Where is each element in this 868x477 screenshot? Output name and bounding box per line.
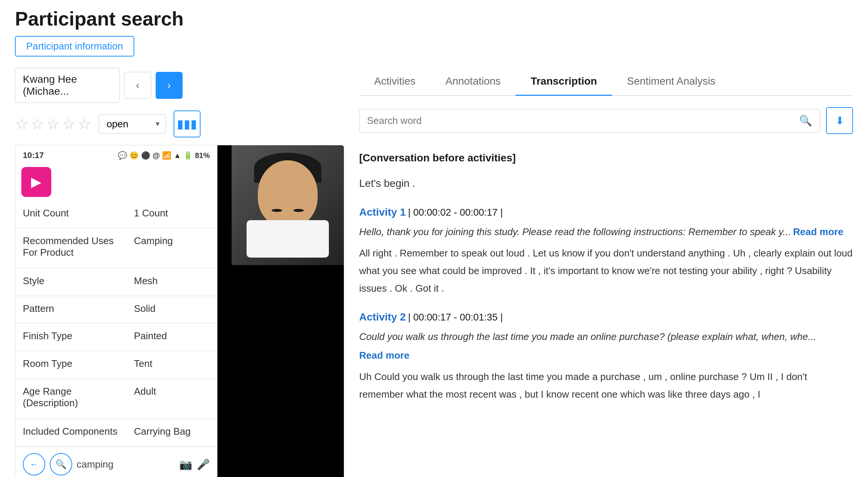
search-icon[interactable]: 🔍: [799, 115, 812, 127]
status-bar-time: 10:17: [23, 151, 44, 160]
table-row: Room TypeTent: [15, 351, 217, 379]
app-header: ▶: [15, 163, 217, 201]
phone-video-container: 10:17 💬 😊 ⚫ @ 📶 ▲ 🔋 81%: [15, 145, 344, 477]
activity-2-block: Activity 2 | 00:00:17 - 00:01:35 | Could…: [359, 308, 853, 403]
table-row: Finish TypePainted: [15, 323, 217, 351]
stars-status-row: ☆ ☆ ☆ ☆ ☆ open closed pending ▮▮▮: [15, 110, 344, 137]
conversation-before-activities-header: [Conversation before activities]: [359, 149, 853, 167]
left-eye: [272, 209, 282, 212]
video-thumbnail: [232, 145, 344, 265]
left-panel: Kwang Hee (Michae... ‹ › ☆ ☆ ☆ ☆ ☆ open …: [15, 68, 344, 477]
table-cell-value: Solid: [126, 296, 217, 323]
table-cell-value: Mesh: [126, 268, 217, 296]
pillow-shape: [247, 220, 329, 258]
activity-1-time: | 00:00:02 - 00:00:17 |: [408, 204, 503, 221]
table-cell-value: Camping: [126, 228, 217, 268]
download-icon: ⬇: [835, 115, 844, 127]
transcription-content: [Conversation before activities] Let's b…: [359, 149, 853, 403]
phone-mic-icon: 🎤: [197, 458, 210, 471]
table-cell-value: Adult: [126, 379, 217, 419]
status-bar-icons: 💬 😊 ⚫ @ 📶 ▲ 🔋 81%: [118, 151, 210, 160]
activity-2-read-more[interactable]: Read more: [359, 347, 409, 364]
activity-2-time: | 00:00:17 - 00:01:35 |: [408, 309, 503, 325]
messenger-icon: 💬: [118, 151, 127, 160]
participant-selector-row: Kwang Hee (Michae... ‹ ›: [15, 68, 344, 103]
participant-info-button[interactable]: Participant information: [15, 36, 134, 57]
table-cell-value: 1 Count: [126, 201, 217, 228]
phone-search-button[interactable]: 🔍: [50, 453, 72, 476]
rating-stars: ☆ ☆ ☆ ☆ ☆: [15, 115, 91, 133]
table-row: PatternSolid: [15, 296, 217, 323]
phone-back-button[interactable]: ←: [23, 453, 45, 476]
activity-1-italic: Hello, thank you for joining this study.…: [359, 224, 791, 240]
tab-transcription[interactable]: Transcription: [516, 68, 612, 96]
status-dropdown-wrapper: open closed pending: [99, 114, 166, 134]
phone-camera-icon: 📷: [179, 458, 192, 471]
battery-level: 81%: [195, 151, 210, 160]
lets-begin-text: Let's begin .: [359, 174, 853, 192]
table-row: Included ComponentsCarrying Bag: [15, 419, 217, 447]
table-row: Unit Count1 Count: [15, 201, 217, 228]
wifi-icon: 📶: [162, 151, 171, 160]
emoji-icon: 😊: [129, 151, 139, 160]
main-layout: Kwang Hee (Michae... ‹ › ☆ ☆ ☆ ☆ ☆ open …: [0, 60, 868, 477]
star-3[interactable]: ☆: [46, 115, 60, 133]
tab-sentiment-analysis[interactable]: Sentiment Analysis: [612, 68, 731, 96]
table-cell-value: Carrying Bag: [126, 419, 217, 447]
prev-participant-button[interactable]: ‹: [124, 72, 151, 99]
table-cell-value: Painted: [126, 323, 217, 351]
phone-inner: 10:17 💬 😊 ⚫ @ 📶 ▲ 🔋 81%: [15, 145, 217, 477]
table-row: StyleMesh: [15, 268, 217, 296]
signal-icon: ▲: [174, 151, 181, 160]
table-cell-label: Included Components: [15, 419, 126, 447]
battery-icon: 🔋: [183, 151, 193, 160]
star-1[interactable]: ☆: [15, 115, 28, 133]
page-header: Participant search Participant informati…: [0, 0, 868, 60]
search-bar-container: 🔍 ⬇: [359, 107, 853, 134]
phone-bottom-bar: ← 🔍 camping 📷 🎤: [15, 447, 217, 477]
video-panel: [217, 145, 344, 477]
activity-1-body: All right . Remember to speak out loud .…: [359, 244, 853, 297]
activity-2-italic: Could you walk us through the last time …: [359, 328, 816, 345]
star-2[interactable]: ☆: [31, 115, 44, 133]
chart-icon: ▮▮▮: [177, 117, 197, 131]
status-dropdown[interactable]: open closed pending: [99, 114, 166, 134]
download-button[interactable]: ⬇: [826, 107, 853, 134]
chart-button[interactable]: ▮▮▮: [174, 110, 201, 137]
table-cell-label: Pattern: [15, 296, 126, 323]
table-cell-label: Style: [15, 268, 126, 296]
activity-1-header: Activity 1 | 00:00:02 - 00:00:17 | Hello…: [359, 203, 853, 240]
right-panel: Activities Annotations Transcription Sen…: [359, 68, 853, 477]
table-cell-label: Age Range (Description): [15, 379, 126, 419]
app-icon: ▶: [21, 167, 51, 197]
activity-2-body: Uh Could you walk us through the last ti…: [359, 368, 853, 403]
right-eye: [293, 209, 304, 212]
table-cell-label: Recommended Uses For Product: [15, 228, 126, 268]
activity-1-block: Activity 1 | 00:00:02 - 00:00:17 | Hello…: [359, 203, 853, 297]
activity-2-header: Activity 2 | 00:00:17 - 00:01:35 | Could…: [359, 308, 853, 364]
phone-search-text: camping: [77, 459, 175, 470]
table-cell-label: Finish Type: [15, 323, 126, 351]
face-shape: [258, 160, 318, 228]
activity-2-title: Activity 2: [359, 308, 406, 326]
eyes: [272, 209, 304, 212]
circle-icon: ⚫: [141, 151, 150, 160]
play-icon: ▶: [31, 174, 42, 190]
page-title: Participant search: [15, 7, 853, 30]
tab-annotations[interactable]: Annotations: [430, 68, 516, 96]
table-row: Age Range (Description)Adult: [15, 379, 217, 419]
star-4[interactable]: ☆: [62, 115, 76, 133]
status-bar: 10:17 💬 😊 ⚫ @ 📶 ▲ 🔋 81%: [15, 145, 217, 163]
tab-activities[interactable]: Activities: [359, 68, 430, 96]
activity-1-title: Activity 1: [359, 203, 406, 221]
at-icon: @: [153, 151, 160, 160]
activity-1-read-more[interactable]: Read more: [793, 224, 843, 240]
star-5[interactable]: ☆: [78, 115, 91, 133]
table-cell-label: Room Type: [15, 351, 126, 379]
search-input-wrapper: 🔍: [359, 109, 820, 133]
product-table: Unit Count1 CountRecommended Uses For Pr…: [15, 201, 217, 447]
next-participant-button[interactable]: ›: [156, 72, 183, 99]
table-cell-value: Tent: [126, 351, 217, 379]
search-word-input[interactable]: [367, 115, 795, 127]
table-row: Recommended Uses For ProductCamping: [15, 228, 217, 268]
